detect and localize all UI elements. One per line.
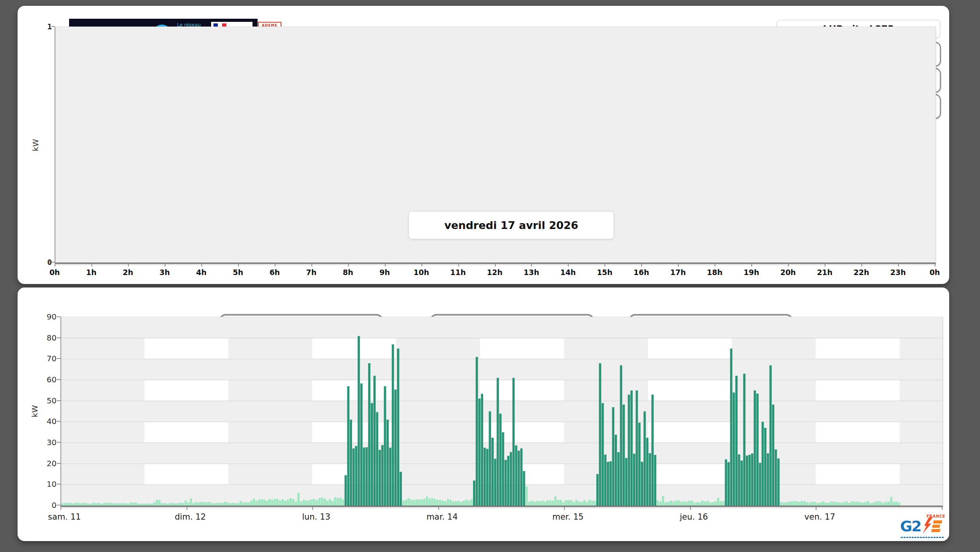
x-tick-mark — [861, 263, 862, 266]
y-tick-mark — [57, 337, 60, 338]
y-tick-label: 40 — [29, 417, 57, 426]
y-tick-label: 0 — [28, 257, 52, 267]
x-tick-mark — [311, 263, 312, 266]
x-tick-mark — [678, 263, 679, 266]
ecowatt-dashboard: écowatt Rte Le réseau de transport d'éle… — [0, 0, 980, 552]
x-tick-label: 11h — [450, 268, 466, 277]
y-tick-label: 10 — [29, 479, 57, 489]
x-tick-mark — [788, 263, 789, 266]
base-consumption-bars — [61, 486, 900, 506]
y-tick-mark — [57, 484, 60, 485]
x-tick-label: 4h — [196, 268, 206, 277]
x-tick-mark — [898, 263, 899, 266]
week-chart-y-axis-title: kW — [30, 405, 39, 417]
y-tick-mark — [57, 379, 60, 380]
y-tick-label: 1 — [28, 22, 52, 31]
g2e-france-logo: G2 FRANCE — [896, 515, 947, 538]
y-tick-mark — [57, 358, 60, 359]
y-tick-label: 50 — [29, 396, 57, 405]
x-tick-mark — [816, 506, 816, 510]
g2e-bolt-icon — [921, 517, 944, 535]
x-tick-label: 3h — [160, 268, 170, 277]
y-tick-label: 60 — [29, 375, 57, 384]
x-tick-mark — [825, 263, 825, 266]
x-tick-mark — [312, 506, 313, 510]
x-tick-mark — [564, 506, 565, 510]
y-tick-label: 20 — [29, 459, 57, 468]
g2e-tagline-line — [901, 537, 944, 538]
y-tick-mark — [57, 442, 60, 443]
x-tick-label: mar. 14 — [427, 512, 458, 522]
x-tick-mark — [422, 263, 422, 266]
x-tick-label: ven. 17 — [804, 512, 835, 522]
x-tick-label: 17h — [670, 268, 686, 277]
x-tick-label: 15h — [597, 268, 612, 277]
y-tick-label: 80 — [29, 333, 57, 343]
x-tick-label: 21h — [817, 268, 832, 277]
x-tick-label: dim. 12 — [175, 512, 206, 522]
x-tick-mark — [458, 263, 459, 266]
x-tick-label: 0h — [930, 268, 940, 277]
week-chart-plot-area — [60, 317, 943, 507]
x-tick-label: 23h — [890, 268, 906, 277]
y-tick-mark — [57, 421, 60, 422]
x-tick-mark — [60, 506, 61, 510]
x-tick-mark — [187, 506, 187, 510]
x-tick-mark — [641, 263, 642, 266]
y-tick-label: 30 — [29, 438, 57, 447]
y-tick-mark — [57, 400, 60, 401]
x-tick-label: 5h — [233, 268, 243, 277]
x-tick-label: 22h — [854, 268, 869, 277]
x-tick-mark — [128, 263, 129, 266]
x-tick-label: 10h — [414, 268, 429, 277]
y-tick-mark — [51, 262, 55, 263]
day-chart-y-axis-title: kW — [31, 139, 40, 151]
x-tick-mark — [495, 263, 496, 266]
x-tick-label: mer. 15 — [552, 512, 583, 522]
x-tick-label: 20h — [780, 268, 796, 277]
consumption-bars-chart — [61, 317, 943, 506]
x-tick-label: 12h — [487, 268, 503, 277]
day-chart-panel: écowatt Rte Le réseau de transport d'éle… — [18, 6, 949, 284]
x-tick-mark — [935, 263, 936, 266]
x-tick-mark — [201, 263, 202, 266]
x-tick-label: 7h — [306, 268, 317, 277]
selected-date-label: vendredi 17 avril 2026 — [409, 212, 614, 239]
x-tick-label: 2h — [123, 268, 133, 277]
selected-date-text: vendredi 17 avril 2026 — [444, 219, 578, 231]
week-chart-panel: Consommation: 1 825 kWh P Max : 83 kW P … — [18, 288, 949, 541]
x-tick-mark — [568, 263, 569, 266]
y-tick-mark — [57, 463, 60, 464]
x-tick-label: 19h — [743, 268, 759, 277]
x-tick-mark — [238, 263, 239, 266]
y-tick-mark — [51, 26, 55, 27]
y-tick-mark — [57, 316, 60, 317]
x-tick-mark — [348, 263, 349, 266]
x-tick-mark — [715, 263, 715, 266]
x-tick-mark — [690, 506, 691, 510]
x-tick-label: 6h — [269, 268, 280, 277]
x-tick-label: 0h — [50, 268, 60, 277]
g2e-logo-text: G2 — [900, 518, 921, 535]
x-tick-label: jeu. 16 — [680, 512, 708, 522]
y-tick-mark — [57, 505, 60, 506]
x-tick-label: 1h — [86, 268, 97, 277]
x-tick-mark — [55, 263, 55, 266]
x-tick-mark — [531, 263, 532, 266]
x-tick-label: 18h — [707, 268, 722, 277]
x-tick-mark — [751, 263, 752, 266]
x-tick-label: sam. 11 — [48, 512, 81, 522]
y-tick-label: 70 — [29, 354, 57, 363]
x-tick-mark — [438, 506, 439, 510]
x-tick-label: 16h — [633, 268, 649, 277]
x-tick-mark — [385, 263, 386, 266]
x-tick-label: 8h — [343, 268, 353, 277]
x-tick-mark — [942, 506, 943, 510]
x-tick-mark — [275, 263, 276, 266]
x-tick-label: 14h — [560, 268, 576, 277]
x-tick-label: 9h — [379, 268, 390, 277]
x-tick-mark — [165, 263, 165, 266]
x-tick-mark — [605, 263, 605, 266]
x-tick-label: lun. 13 — [302, 512, 331, 522]
y-tick-label: 0 — [29, 501, 57, 510]
